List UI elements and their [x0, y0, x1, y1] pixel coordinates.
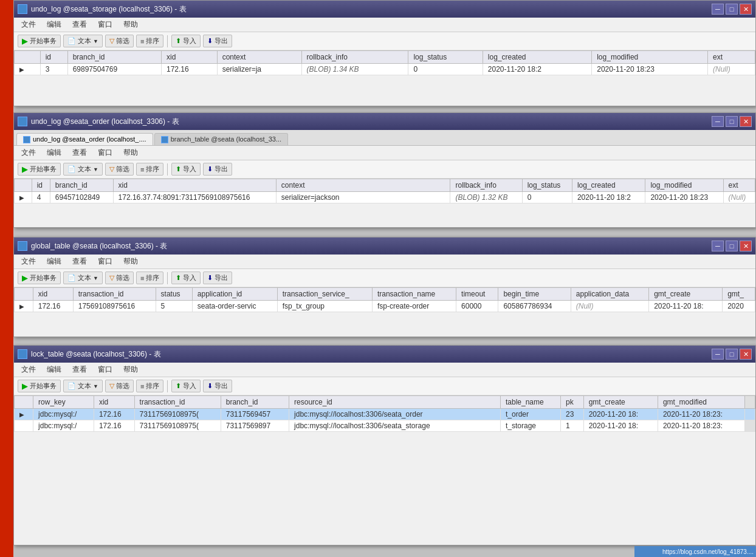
- win4-btn-filter[interactable]: ▽ 筛选: [105, 380, 134, 392]
- table-row[interactable]: jdbc:mysql:/ 172.16 73117569108975( 7311…: [15, 420, 755, 432]
- col-transaction-id[interactable]: transaction_id: [134, 396, 221, 409]
- win1-btn-text[interactable]: 📄 文本 ▼: [63, 35, 103, 47]
- col-id[interactable]: id: [40, 51, 67, 64]
- win3-menu-window[interactable]: 窗口: [93, 255, 117, 268]
- win3-close[interactable]: ✕: [740, 241, 752, 251]
- win3-btn-export[interactable]: ⬇ 导出: [203, 272, 232, 284]
- win4-btn-export[interactable]: ⬇ 导出: [203, 380, 232, 392]
- table-row-selected[interactable]: ▶ jdbc:mysql:/ 172.16 73117569108975( 73…: [15, 409, 755, 420]
- win3-maximize[interactable]: □: [726, 241, 738, 251]
- win2-btn-import[interactable]: ⬆ 导入: [171, 163, 201, 176]
- win1-minimize[interactable]: ─: [712, 4, 724, 15]
- col-context[interactable]: context: [217, 51, 301, 64]
- col-log-created[interactable]: log_created: [483, 51, 591, 64]
- col-timeout[interactable]: timeout: [456, 288, 498, 301]
- win4-btn-text[interactable]: 📄 文本 ▼: [63, 380, 103, 392]
- col-row-key[interactable]: row_key: [33, 396, 94, 409]
- win1-close[interactable]: ✕: [740, 4, 752, 15]
- col-gmt-create[interactable]: gmt_create: [583, 396, 658, 409]
- table-row[interactable]: ▶ 172.16 17569108975616 5 seata-order-se…: [15, 301, 755, 312]
- col-transaction-name[interactable]: transaction_name: [372, 288, 456, 301]
- win2-menu-file[interactable]: 文件: [16, 146, 41, 159]
- win4-close[interactable]: ✕: [740, 349, 752, 360]
- col-ext[interactable]: ext: [723, 179, 755, 192]
- tab-branch-table-seata[interactable]: branch_table @seata (localhost_33...: [154, 133, 288, 145]
- win2-btn-export[interactable]: ⬇ 导出: [203, 163, 232, 176]
- win2-menu-window[interactable]: 窗口: [93, 146, 117, 159]
- win4-maximize[interactable]: □: [726, 349, 738, 360]
- col-transaction-id[interactable]: transaction_id: [73, 288, 156, 301]
- win3-menu-file[interactable]: 文件: [16, 255, 41, 268]
- win2-btn-begin-tx[interactable]: ▶ 开始事务: [18, 163, 61, 176]
- win1-btn-export[interactable]: ⬇ 导出: [203, 35, 232, 47]
- win1-menu-file[interactable]: 文件: [16, 18, 41, 31]
- col-rollback-info[interactable]: rollback_info: [301, 51, 408, 64]
- win4-menu-view[interactable]: 查看: [67, 363, 92, 376]
- win1-menu-view[interactable]: 查看: [67, 18, 92, 31]
- col-log-modified[interactable]: log_modified: [592, 51, 708, 64]
- col-xid[interactable]: xid: [94, 396, 134, 409]
- win4-menu-window[interactable]: 窗口: [93, 363, 117, 376]
- win4-btn-import[interactable]: ⬆ 导入: [171, 380, 201, 392]
- win2-btn-sort[interactable]: ≡ 排序: [136, 163, 163, 176]
- win2-btn-text[interactable]: 📄 文本 ▼: [63, 163, 103, 176]
- win2-close[interactable]: ✕: [740, 116, 752, 127]
- tab-undo-log-seata-order[interactable]: undo_log @seata_order (localhost_....: [16, 133, 153, 145]
- col-xid[interactable]: xid: [161, 51, 217, 64]
- win1-btn-begin-tx[interactable]: ▶ 开始事务: [18, 35, 61, 47]
- win3-menu-edit[interactable]: 编辑: [42, 255, 66, 268]
- win4-btn-begin-tx[interactable]: ▶ 开始事务: [18, 380, 61, 392]
- col-branch-id[interactable]: branch_id: [221, 396, 289, 409]
- win2-maximize[interactable]: □: [726, 116, 738, 127]
- win1-btn-sort[interactable]: ≡ 排序: [136, 35, 163, 47]
- win4-menu-help[interactable]: 帮助: [119, 363, 143, 376]
- win1-menu-help[interactable]: 帮助: [119, 18, 143, 31]
- col-application-id[interactable]: application_id: [192, 288, 277, 301]
- col-id[interactable]: id: [32, 179, 50, 192]
- win1-btn-import[interactable]: ⬆ 导入: [171, 35, 201, 47]
- win2-minimize[interactable]: ─: [712, 116, 724, 127]
- win2-menu-view[interactable]: 查看: [67, 146, 92, 159]
- win3-btn-import[interactable]: ⬆ 导入: [171, 272, 201, 284]
- col-begin-time[interactable]: begin_time: [498, 288, 571, 301]
- col-transaction-service[interactable]: transaction_service_: [277, 288, 372, 301]
- col-ext[interactable]: ext: [707, 51, 755, 64]
- win3-btn-begin-tx[interactable]: ▶ 开始事务: [18, 272, 61, 284]
- col-xid[interactable]: xid: [33, 288, 73, 301]
- win3-btn-sort[interactable]: ≡ 排序: [136, 272, 163, 284]
- col-log-created[interactable]: log_created: [572, 179, 645, 192]
- win4-btn-sort[interactable]: ≡ 排序: [136, 380, 163, 392]
- win4-menu-edit[interactable]: 编辑: [42, 363, 66, 376]
- win1-btn-filter[interactable]: ▽ 筛选: [105, 35, 134, 47]
- col-pk[interactable]: pk: [560, 396, 583, 409]
- win3-minimize[interactable]: ─: [712, 241, 724, 251]
- col-application-data[interactable]: application_data: [571, 288, 648, 301]
- win1-menu-window[interactable]: 窗口: [93, 18, 117, 31]
- win3-menu-help[interactable]: 帮助: [119, 255, 143, 268]
- col-log-modified[interactable]: log_modified: [645, 179, 723, 192]
- win3-btn-text[interactable]: 📄 文本 ▼: [63, 272, 103, 284]
- win1-menu-edit[interactable]: 编辑: [42, 18, 66, 31]
- table-row[interactable]: ▶ 4 69457102849 172.16.37.74:8091:731175…: [15, 192, 755, 203]
- col-rollback-info[interactable]: rollback_info: [450, 179, 522, 192]
- win4-menu-file[interactable]: 文件: [16, 363, 41, 376]
- col-xid[interactable]: xid: [113, 179, 276, 192]
- col-gmt[interactable]: gmt_: [723, 288, 755, 301]
- col-log-status[interactable]: log_status: [408, 51, 483, 64]
- win2-btn-filter[interactable]: ▽ 筛选: [105, 163, 134, 176]
- win2-menu-help[interactable]: 帮助: [119, 146, 143, 159]
- table-row[interactable]: ▶ 3 69897504769 172.16 serializer=ja (BL…: [15, 64, 755, 75]
- win3-menu-view[interactable]: 查看: [67, 255, 92, 268]
- col-branch-id[interactable]: branch_id: [50, 179, 113, 192]
- win3-btn-filter[interactable]: ▽ 筛选: [105, 272, 134, 284]
- win2-menu-edit[interactable]: 编辑: [42, 146, 66, 159]
- win4-minimize[interactable]: ─: [712, 349, 724, 360]
- col-context[interactable]: context: [276, 179, 450, 192]
- col-gmt-create[interactable]: gmt_create: [649, 288, 723, 301]
- col-gmt-modified[interactable]: gmt_modified: [658, 396, 744, 409]
- col-status[interactable]: status: [156, 288, 192, 301]
- win1-maximize[interactable]: □: [726, 4, 738, 15]
- col-log-status[interactable]: log_status: [522, 179, 572, 192]
- col-resource-id[interactable]: resource_id: [289, 396, 501, 409]
- col-branch-id[interactable]: branch_id: [67, 51, 161, 64]
